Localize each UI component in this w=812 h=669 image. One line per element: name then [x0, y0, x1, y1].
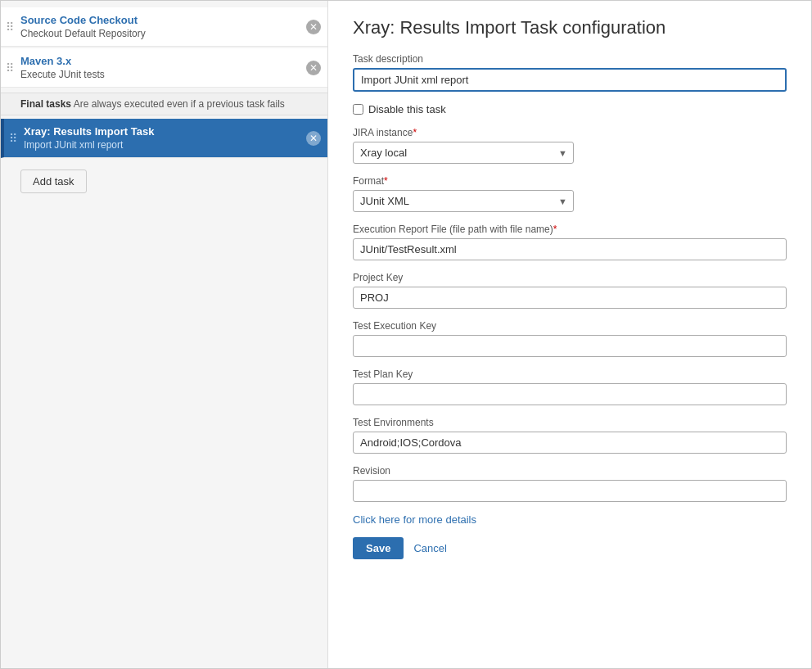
- final-tasks-description: Are always executed even if a previous t…: [74, 98, 285, 110]
- drag-handle-source-code: ⠿: [6, 20, 14, 34]
- format-select[interactable]: JUnit XML TestNG XML Robot Framework NUn…: [353, 190, 574, 212]
- final-tasks-banner: Final tasks Are always executed even if …: [1, 93, 327, 115]
- task-subtitle-source-code: Checkout Default Repository: [20, 28, 298, 39]
- final-tasks-label: Final tasks: [20, 98, 71, 110]
- test-execution-key-input[interactable]: [353, 335, 787, 357]
- project-key-label: Project Key: [353, 272, 787, 283]
- test-plan-key-group: Test Plan Key: [353, 368, 787, 405]
- add-task-button[interactable]: Add task: [20, 170, 87, 193]
- left-panel: ⠿ Source Code Checkout Checkout Default …: [1, 1, 328, 668]
- format-select-wrapper: JUnit XML TestNG XML Robot Framework NUn…: [353, 190, 574, 212]
- disable-task-checkbox[interactable]: [353, 104, 363, 115]
- cancel-button[interactable]: Cancel: [413, 542, 446, 554]
- format-label: Format*: [353, 175, 787, 187]
- task-item-source-code[interactable]: ⠿ Source Code Checkout Checkout Default …: [1, 7, 327, 47]
- jira-instance-group: JIRA instance* Xray local Xray cloud ▼: [353, 127, 787, 164]
- drag-handle-maven: ⠿: [6, 61, 14, 75]
- test-environments-input[interactable]: [353, 432, 787, 454]
- task-title-xray: Xray: Results Import Task: [24, 125, 298, 138]
- task-description-group: Task description: [353, 53, 787, 92]
- execution-report-group: Execution Report File (file path with fi…: [353, 224, 787, 260]
- disable-task-row: Disable this task: [353, 103, 787, 115]
- revision-group: Revision: [353, 465, 787, 502]
- jira-instance-label: JIRA instance*: [353, 127, 787, 138]
- test-environments-label: Test Environments: [353, 417, 787, 428]
- format-group: Format* JUnit XML TestNG XML Robot Frame…: [353, 175, 787, 212]
- project-key-group: Project Key: [353, 272, 787, 309]
- test-plan-key-input[interactable]: [353, 383, 787, 405]
- test-environments-group: Test Environments: [353, 417, 787, 454]
- drag-handle-xray: ⠿: [9, 132, 17, 145]
- task-item-maven[interactable]: ⠿ Maven 3.x Execute JUnit tests ✕: [1, 48, 327, 88]
- test-execution-key-group: Test Execution Key: [353, 320, 787, 357]
- execution-report-input[interactable]: [353, 238, 787, 260]
- execution-required-marker: *: [553, 224, 557, 235]
- revision-label: Revision: [353, 465, 787, 477]
- right-panel: Xray: Results Import Task configuration …: [328, 1, 811, 668]
- task-description-input[interactable]: [353, 68, 787, 92]
- form-actions: Save Cancel: [353, 537, 787, 559]
- revision-input[interactable]: [353, 480, 787, 502]
- task-title-source-code: Source Code Checkout: [20, 14, 298, 26]
- jira-instance-select[interactable]: Xray local Xray cloud: [353, 142, 574, 164]
- task-title-maven: Maven 3.x: [20, 55, 298, 67]
- test-execution-key-label: Test Execution Key: [353, 320, 787, 332]
- remove-task-maven[interactable]: ✕: [306, 61, 321, 75]
- save-button[interactable]: Save: [353, 537, 404, 559]
- jira-required-marker: *: [413, 127, 417, 138]
- jira-instance-select-wrapper: Xray local Xray cloud ▼: [353, 142, 574, 164]
- project-key-input[interactable]: [353, 287, 787, 309]
- remove-task-source-code[interactable]: ✕: [306, 20, 321, 34]
- remove-task-xray[interactable]: ✕: [306, 131, 321, 146]
- disable-task-label: Disable this task: [368, 103, 446, 115]
- more-details-link[interactable]: Click here for more details: [353, 513, 787, 526]
- test-plan-key-label: Test Plan Key: [353, 368, 787, 380]
- task-description-label: Task description: [353, 53, 787, 65]
- task-subtitle-maven: Execute JUnit tests: [20, 69, 298, 80]
- format-required-marker: *: [384, 175, 388, 187]
- page-title: Xray: Results Import Task configuration: [353, 17, 787, 38]
- task-item-xray[interactable]: ⠿ Xray: Results Import Task Import JUnit…: [1, 119, 327, 158]
- execution-report-label: Execution Report File (file path with fi…: [353, 224, 787, 235]
- task-subtitle-xray: Import JUnit xml report: [24, 139, 298, 151]
